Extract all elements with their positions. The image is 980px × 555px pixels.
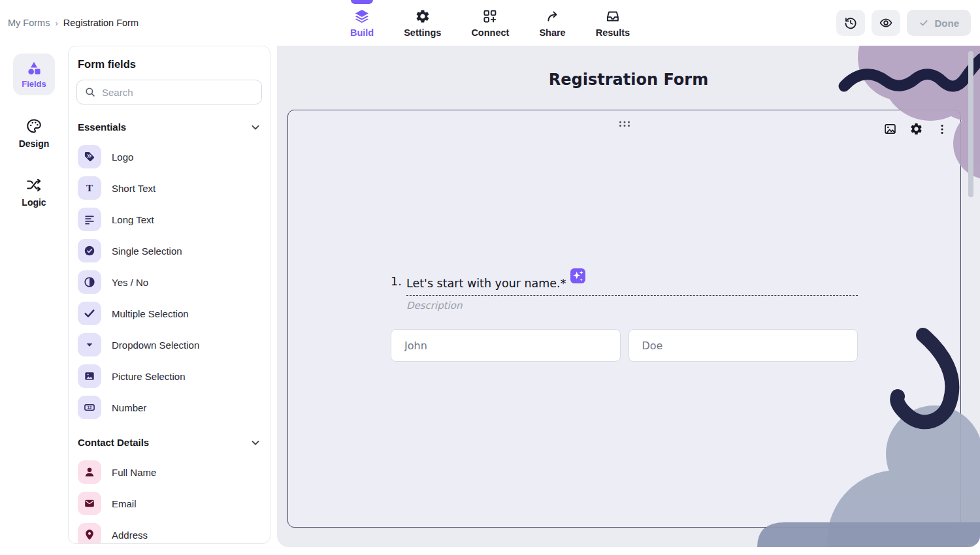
form-fields-panel: Form fields Essentials Logo T Short Text bbox=[68, 46, 270, 544]
rail-label-design: Design bbox=[19, 138, 50, 149]
preview-button[interactable] bbox=[872, 10, 900, 36]
field-item-single-selection[interactable]: Single Selection bbox=[69, 235, 270, 266]
tab-settings[interactable]: Settings bbox=[404, 0, 441, 46]
search-icon bbox=[84, 86, 96, 98]
first-name-input[interactable] bbox=[391, 329, 621, 362]
form-page-card[interactable]: 1. Let's start with your name.* Descript… bbox=[287, 110, 961, 528]
tab-build[interactable]: Build bbox=[350, 0, 374, 46]
field-item-picture-selection[interactable]: Picture Selection bbox=[69, 360, 270, 392]
sparkles-icon[interactable] bbox=[570, 268, 586, 284]
history-icon bbox=[843, 16, 858, 30]
share-arrow-icon bbox=[545, 8, 561, 24]
kebab-menu-icon[interactable] bbox=[936, 123, 949, 136]
last-name-input[interactable] bbox=[629, 329, 858, 362]
grid-plus-icon bbox=[482, 8, 498, 24]
tab-results[interactable]: Results bbox=[596, 0, 630, 46]
svg-text:12: 12 bbox=[88, 405, 92, 409]
half-circle-icon bbox=[78, 270, 101, 294]
person-icon bbox=[78, 460, 101, 484]
top-nav: Build Settings Connect Share Results bbox=[350, 0, 630, 46]
history-button[interactable] bbox=[836, 10, 865, 36]
drag-handle-icon[interactable] bbox=[618, 120, 630, 127]
image-icon bbox=[78, 364, 101, 388]
field-item-logo[interactable]: Logo bbox=[69, 141, 270, 172]
field-item-short-text[interactable]: T Short Text bbox=[69, 172, 270, 204]
form-canvas: Registration Form 1. Let's start with yo… bbox=[277, 46, 980, 547]
search-box[interactable] bbox=[76, 80, 262, 104]
question-description[interactable]: Description bbox=[406, 300, 462, 311]
gear-icon bbox=[415, 8, 431, 24]
field-item-address[interactable]: Address bbox=[69, 519, 270, 544]
field-item-yes-no[interactable]: Yes / No bbox=[69, 266, 270, 298]
panel-title: Form fields bbox=[78, 58, 270, 71]
rail-label-fields: Fields bbox=[22, 79, 46, 89]
done-label: Done bbox=[935, 18, 960, 29]
search-input[interactable] bbox=[102, 87, 254, 98]
image-icon[interactable] bbox=[883, 122, 897, 136]
active-tab-indicator bbox=[351, 0, 373, 4]
section-essentials[interactable]: Essentials bbox=[78, 121, 261, 133]
question-row: 1. Let's start with your name.* bbox=[391, 274, 858, 296]
envelope-icon bbox=[78, 492, 101, 515]
rail-label-logic: Logic bbox=[22, 197, 46, 208]
field-item-full-name[interactable]: Full Name bbox=[69, 456, 270, 488]
question-title-field[interactable]: Let's start with your name.* bbox=[406, 274, 858, 296]
chevron-down-icon bbox=[250, 437, 261, 448]
tag-icon bbox=[78, 145, 101, 168]
card-toolbar bbox=[883, 122, 949, 136]
question-text[interactable]: Let's start with your name.* bbox=[406, 276, 566, 290]
field-item-long-text[interactable]: Long Text bbox=[69, 204, 270, 235]
checkmark-icon bbox=[78, 302, 101, 325]
form-title[interactable]: Registration Form bbox=[277, 71, 980, 89]
tab-connect[interactable]: Connect bbox=[471, 0, 509, 46]
question-number: 1. bbox=[391, 274, 406, 288]
caret-down-icon bbox=[78, 333, 101, 357]
gear-icon[interactable] bbox=[909, 122, 923, 136]
check-icon bbox=[919, 18, 929, 28]
rail-item-fields[interactable]: Fields bbox=[13, 54, 55, 95]
palette-icon bbox=[25, 118, 42, 135]
rail-item-logic[interactable]: Logic bbox=[0, 176, 68, 208]
breadcrumb-separator: › bbox=[55, 18, 57, 28]
section-contact-details[interactable]: Contact Details bbox=[78, 437, 261, 448]
layers-icon bbox=[354, 8, 370, 24]
done-button[interactable]: Done bbox=[907, 10, 972, 36]
rail-item-design[interactable]: Design bbox=[0, 118, 68, 149]
inbox-icon bbox=[605, 8, 621, 24]
breadcrumb: My Forms › Registration Form bbox=[8, 0, 139, 46]
shuffle-icon bbox=[25, 176, 42, 193]
left-rail: Fields Design Logic bbox=[0, 46, 68, 555]
check-circle-icon bbox=[78, 239, 101, 262]
contact-rows: Full Name Email Address bbox=[69, 456, 270, 544]
svg-text:T: T bbox=[86, 183, 93, 193]
shapes-icon bbox=[25, 60, 42, 77]
top-bar: My Forms › Registration Form Build Setti… bbox=[0, 0, 980, 46]
tab-share[interactable]: Share bbox=[539, 0, 565, 46]
eye-icon bbox=[879, 16, 893, 30]
align-left-icon bbox=[78, 208, 101, 231]
field-item-multiple-selection[interactable]: Multiple Selection bbox=[69, 298, 270, 329]
field-item-dropdown-selection[interactable]: Dropdown Selection bbox=[69, 329, 270, 360]
letter-t-icon: T bbox=[78, 176, 101, 200]
location-pin-icon bbox=[78, 523, 101, 544]
essentials-rows: Logo T Short Text Long Text Single Selec… bbox=[69, 141, 270, 423]
field-item-email[interactable]: Email bbox=[69, 488, 270, 519]
name-inputs-row bbox=[391, 329, 858, 362]
field-item-number[interactable]: 12 Number bbox=[69, 392, 270, 423]
chevron-down-icon bbox=[250, 122, 261, 133]
top-actions: Done bbox=[836, 10, 972, 36]
number-pad-icon: 12 bbox=[78, 396, 101, 419]
breadcrumb-current: Registration Form bbox=[63, 18, 139, 28]
breadcrumb-my-forms[interactable]: My Forms bbox=[8, 18, 50, 28]
